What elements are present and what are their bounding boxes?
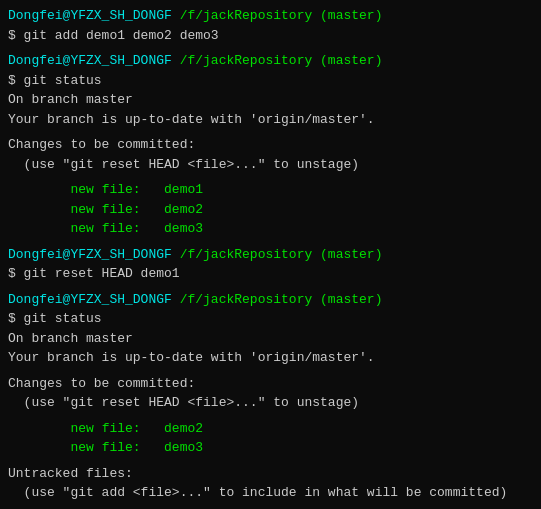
output-text-green: new file: demo3 [8,221,203,236]
command-line: $ git status [8,309,533,329]
prompt-line: Dongfei@YFZX_SH_DONGF /f/jackRepository … [8,290,533,310]
output-text: Your branch is up-to-date with 'origin/m… [8,350,375,365]
command-line: $ git status [8,71,533,91]
output-line: (use "git reset HEAD <file>..." to unsta… [8,155,533,175]
terminal-window: Dongfei@YFZX_SH_DONGF /f/jackRepository … [0,0,541,509]
output-text: (use "git reset HEAD <file>..." to unsta… [8,157,359,172]
output-text: Changes to be committed: [8,137,195,152]
output-text: On branch master [8,331,133,346]
command-text: $ git reset HEAD demo1 [8,266,180,281]
prompt-path: /f/jackRepository (master) [172,292,383,307]
prompt-user: Dongfei@YFZX_SH_DONGF [8,247,172,262]
output-line: Changes to be committed: [8,374,533,394]
output-line: (use "git add <file>..." to include in w… [8,483,533,503]
prompt-path: /f/jackRepository (master) [172,8,383,23]
command-text: $ git status [8,311,102,326]
output-line-green: new file: demo2 [8,419,533,439]
output-text: Changes to be committed: [8,376,195,391]
output-line: On branch master [8,329,533,349]
output-line-green: new file: demo3 [8,438,533,458]
prompt-line: Dongfei@YFZX_SH_DONGF /f/jackRepository … [8,51,533,71]
output-text: Untracked files: [8,466,133,481]
output-text: (use "git add <file>..." to include in w… [8,485,507,500]
output-line: Your branch is up-to-date with 'origin/m… [8,110,533,130]
command-line: $ git add demo1 demo2 demo3 [8,26,533,46]
command-line: $ git reset HEAD demo1 [8,264,533,284]
output-line: Changes to be committed: [8,135,533,155]
prompt-user: Dongfei@YFZX_SH_DONGF [8,53,172,68]
output-text-green: new file: demo3 [8,440,203,455]
output-text-green: new file: demo1 [8,182,203,197]
output-line: Untracked files: [8,464,533,484]
output-line-green: new file: demo1 [8,180,533,200]
output-text: Your branch is up-to-date with 'origin/m… [8,112,375,127]
output-text: (use "git reset HEAD <file>..." to unsta… [8,395,359,410]
output-line-green: new file: demo3 [8,219,533,239]
output-line: (use "git reset HEAD <file>..." to unsta… [8,393,533,413]
prompt-user: Dongfei@YFZX_SH_DONGF [8,8,172,23]
output-text-green: new file: demo2 [8,421,203,436]
output-line-green: new file: demo2 [8,200,533,220]
prompt-path: /f/jackRepository (master) [172,247,383,262]
output-text: On branch master [8,92,133,107]
prompt-line: Dongfei@YFZX_SH_DONGF /f/jackRepository … [8,6,533,26]
output-text-green: new file: demo2 [8,202,203,217]
command-text: $ git status [8,73,102,88]
prompt-path: /f/jackRepository (master) [172,53,383,68]
command-text: $ git add demo1 demo2 demo3 [8,28,219,43]
output-line: Your branch is up-to-date with 'origin/m… [8,348,533,368]
prompt-user: Dongfei@YFZX_SH_DONGF [8,292,172,307]
output-line: On branch master [8,90,533,110]
prompt-line: Dongfei@YFZX_SH_DONGF /f/jackRepository … [8,245,533,265]
